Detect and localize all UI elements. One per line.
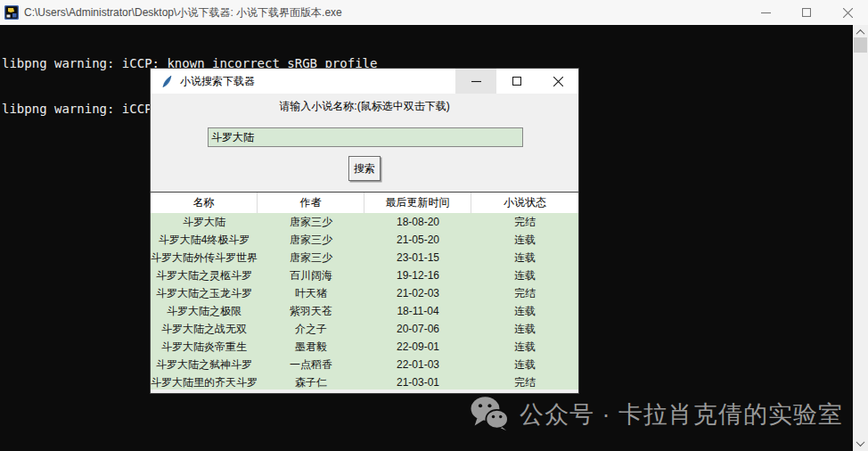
table-cell: 斗罗大陆炎帝重生: [151, 338, 258, 356]
table-cell: 叶天猪: [258, 284, 364, 302]
table-cell: 斗罗大陆之极限: [151, 302, 258, 320]
table-cell: 紫羽天苍: [258, 302, 364, 320]
search-button[interactable]: 搜索: [348, 156, 381, 181]
prompt-label: 请输入小说名称:(鼠标选中双击下载): [151, 99, 578, 114]
console-close-icon[interactable]: [827, 0, 868, 25]
table-cell: 一点稻香: [258, 356, 364, 373]
table-cell: 完结: [471, 373, 578, 390]
table-cell: 斗罗大陆4终极斗罗: [151, 231, 258, 249]
table-row[interactable]: 斗罗大陆外传斗罗世界唐家三少23-01-15连载: [151, 249, 578, 266]
table-cell: 完结: [471, 284, 578, 302]
table-cell: 连载: [471, 266, 578, 284]
table-row[interactable]: 斗罗大陆里的齐天斗罗森子仁21-03-01完结: [151, 373, 578, 390]
table-cell: 连载: [471, 302, 578, 320]
table-cell: 18-08-20: [364, 213, 471, 231]
console-window: C:\Users\Administrator\Desktop\小说下载器: 小说…: [0, 0, 868, 451]
table-cell: 21-05-20: [364, 231, 471, 249]
table-cell: 斗罗大陆里的齐天斗罗: [151, 373, 258, 390]
scroll-down-icon[interactable]: [853, 436, 868, 451]
console-titlebar: C:\Users\Administrator\Desktop\小说下载器: 小说…: [0, 0, 868, 25]
scrollbar-thumb[interactable]: [854, 37, 867, 53]
table-cell: 斗罗大陆: [151, 213, 258, 231]
tk-feather-icon: [160, 75, 174, 88]
table-row[interactable]: 斗罗大陆唐家三少18-08-20完结: [151, 213, 578, 231]
table-row[interactable]: 斗罗大陆之战无双介之子20-07-06连载: [151, 320, 578, 338]
table-header: 名称 作者 最后更新时间 小说状态: [151, 193, 578, 213]
table-cell: 唐家三少: [258, 231, 364, 249]
table-cell: 20-07-06: [364, 320, 471, 338]
table-cell: 22-09-01: [364, 338, 471, 356]
table-row[interactable]: 斗罗大陆之灵柩斗罗百川阔海19-12-16连载: [151, 266, 578, 284]
column-header-updated[interactable]: 最后更新时间: [364, 193, 471, 213]
table-cell: 斗罗大陆之弑神斗罗: [151, 356, 258, 373]
novel-name-input[interactable]: [208, 127, 523, 147]
dialog-titlebar: 小说搜索下载器: [151, 69, 578, 94]
novel-table: 名称 作者 最后更新时间 小说状态 斗罗大陆唐家三少18-08-20完结斗罗大陆…: [151, 192, 578, 390]
table-row[interactable]: 斗罗大陆之弑神斗罗一点稻香22-01-03连载: [151, 356, 578, 373]
table-cell: 22-01-03: [364, 356, 471, 373]
dialog-title: 小说搜索下载器: [180, 74, 455, 89]
table-cell: 墨君毅: [258, 338, 364, 356]
table-cell: 19-12-16: [364, 266, 471, 284]
table-cell: 森子仁: [258, 373, 364, 390]
watermark-text: 公众号 · 卡拉肖克倩的实验室: [520, 398, 843, 430]
table-cell: 18-11-04: [364, 302, 471, 320]
table-cell: 21-03-01: [364, 373, 471, 390]
dialog-minimize-icon[interactable]: [455, 69, 496, 94]
console-app-icon: [4, 5, 19, 20]
table-cell: 连载: [471, 356, 578, 373]
column-header-status[interactable]: 小说状态: [471, 193, 578, 213]
novel-search-dialog: 小说搜索下载器 请输入小说名称:(鼠标选中双击下载) 搜索 名称 作者 最后更新…: [150, 68, 579, 394]
table-cell: 23-01-15: [364, 249, 471, 266]
column-header-author[interactable]: 作者: [258, 193, 364, 213]
table-row[interactable]: 斗罗大陆炎帝重生墨君毅22-09-01连载: [151, 338, 578, 356]
watermark: 公众号 · 卡拉肖克倩的实验室: [470, 395, 843, 434]
dialog-maximize-icon[interactable]: [496, 69, 537, 94]
table-cell: 21-02-03: [364, 284, 471, 302]
table-cell: 唐家三少: [258, 213, 364, 231]
table-cell: 斗罗大陆之战无双: [151, 320, 258, 338]
wechat-icon: [470, 395, 509, 434]
table-cell: 连载: [471, 231, 578, 249]
column-header-name[interactable]: 名称: [151, 193, 258, 213]
table-cell: 介之子: [258, 320, 364, 338]
table-cell: 百川阔海: [258, 266, 364, 284]
console-maximize-icon[interactable]: [786, 0, 827, 25]
table-cell: 完结: [471, 213, 578, 231]
table-row[interactable]: 斗罗大陆之玉龙斗罗叶天猪21-02-03完结: [151, 284, 578, 302]
table-cell: 斗罗大陆外传斗罗世界: [151, 249, 258, 266]
table-cell: 斗罗大陆之玉龙斗罗: [151, 284, 258, 302]
novel-table-body: 斗罗大陆唐家三少18-08-20完结斗罗大陆4终极斗罗唐家三少21-05-20连…: [151, 213, 578, 390]
table-cell: 连载: [471, 320, 578, 338]
table-cell: 斗罗大陆之灵柩斗罗: [151, 266, 258, 284]
table-cell: 连载: [471, 338, 578, 356]
table-cell: 唐家三少: [258, 249, 364, 266]
console-title: C:\Users\Administrator\Desktop\小说下载器: 小说…: [24, 5, 745, 20]
table-row[interactable]: 斗罗大陆4终极斗罗唐家三少21-05-20连载: [151, 231, 578, 249]
console-scrollbar[interactable]: [853, 25, 868, 451]
table-cell: 连载: [471, 249, 578, 266]
dialog-close-icon[interactable]: [537, 69, 578, 94]
table-row[interactable]: 斗罗大陆之极限紫羽天苍18-11-04连载: [151, 302, 578, 320]
console-minimize-icon[interactable]: [745, 0, 786, 25]
